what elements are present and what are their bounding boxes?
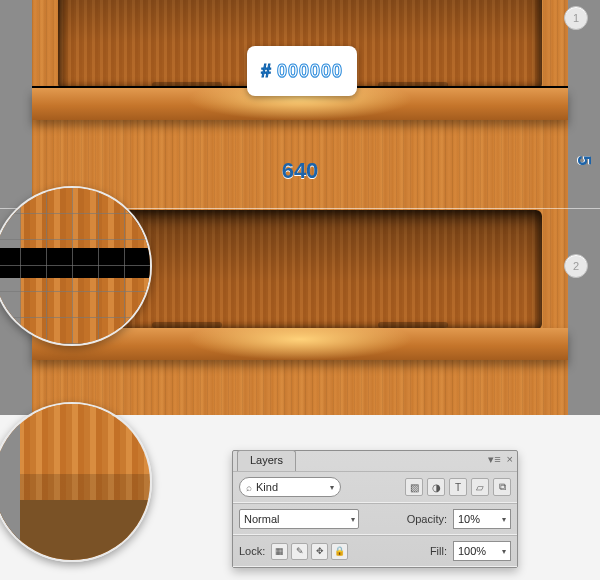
panel-close-icon[interactable]: × [507,453,513,466]
filter-type-label: Kind [256,481,278,493]
panel-flyout-icon[interactable]: ▾≡ [488,453,500,466]
filter-type-dropdown[interactable]: ⌕ Kind ▾ [239,477,341,497]
layers-tab[interactable]: Layers [237,450,296,471]
chevron-down-icon: ▾ [502,547,506,556]
opacity-field[interactable]: 10% ▾ [453,509,511,529]
filter-adjust-icon[interactable]: ◑ [427,478,445,496]
blend-mode-dropdown[interactable]: Normal ▾ [239,509,359,529]
height-annotation: 5 [572,155,593,165]
filter-smart-icon[interactable]: ⧉ [493,478,511,496]
magnifier-view [0,404,150,560]
filter-pixel-icon[interactable]: ▧ [405,478,423,496]
lock-icon-group: ▦ ✎ ✥ 🔒 [271,543,348,560]
chevron-down-icon: ▾ [502,515,506,524]
lock-transparent-icon[interactable]: ▦ [271,543,288,560]
color-swatch-tooltip: # 000000 [247,46,357,96]
chevron-down-icon: ▾ [330,483,334,492]
filter-shape-icon[interactable]: ▱ [471,478,489,496]
fill-value: 100% [458,545,486,557]
lock-paint-icon[interactable]: ✎ [291,543,308,560]
filter-type-icon[interactable]: T [449,478,467,496]
lock-row: Lock: ▦ ✎ ✥ 🔒 Fill: 100% ▾ [233,535,517,567]
step-badge-1: 1 [564,6,588,30]
hash-symbol: # [261,61,271,82]
filter-row: ⌕ Kind ▾ ▧ ◑ T ▱ ⧉ [233,471,517,503]
search-icon: ⌕ [246,482,252,493]
hex-value: 000000 [277,61,343,82]
tutorial-figure: # 000000 640 5 1 2 Layers ▾≡ × ⌕ Kind ▾ … [0,0,600,580]
lock-all-icon[interactable]: 🔒 [331,543,348,560]
magnifier-view [0,188,150,344]
filter-icon-group: ▧ ◑ T ▱ ⧉ [405,478,511,496]
blend-mode-value: Normal [244,513,279,525]
blend-row: Normal ▾ Opacity: 10% ▾ [233,503,517,535]
opacity-value: 10% [458,513,480,525]
layers-panel: Layers ▾≡ × ⌕ Kind ▾ ▧ ◑ T ▱ ⧉ Normal [232,450,518,568]
opacity-label: Opacity: [407,513,447,525]
panel-titlebar: Layers ▾≡ × [233,451,517,471]
width-annotation: 640 [0,158,600,184]
step-badge-2: 2 [564,254,588,278]
fill-field[interactable]: 100% ▾ [453,541,511,561]
lock-move-icon[interactable]: ✥ [311,543,328,560]
chevron-down-icon: ▾ [351,515,355,524]
lock-label: Lock: [239,545,265,557]
fill-label: Fill: [430,545,447,557]
